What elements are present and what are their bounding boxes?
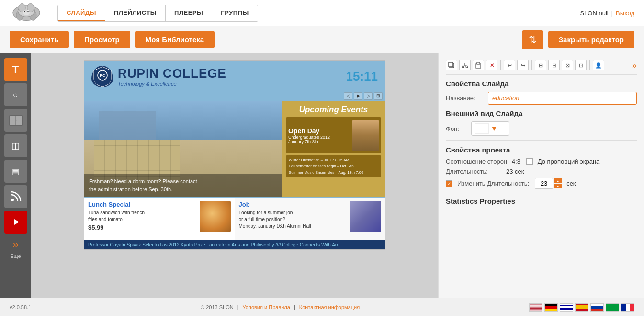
aspect-value: 4:3 [512, 158, 520, 165]
lunch-title: Lunch Special [88, 201, 197, 208]
name-input[interactable] [488, 92, 637, 105]
group-btn2[interactable]: ⊟ [548, 60, 560, 70]
flag-de[interactable] [544, 303, 558, 312]
save-button[interactable]: Сохранить [10, 31, 69, 48]
flag-il[interactable] [560, 303, 573, 312]
preview-button[interactable]: Просмотр [74, 31, 130, 48]
group-btn1[interactable]: ⊞ [535, 60, 546, 70]
svg-line-27 [465, 65, 466, 66]
change-duration-checkbox[interactable]: ✓ [446, 180, 452, 187]
duration-row: Длительность: 23 сек [446, 168, 637, 175]
slide-header: RC RUPIN COLLEGE Technology & Excellence… [84, 61, 385, 91]
name-row: Название: [446, 92, 637, 105]
slide-properties-title: Свойства Слайда [446, 80, 637, 88]
tab-slides[interactable]: СЛАЙДЫ [58, 5, 105, 21]
svg-rect-16 [16, 120, 22, 125]
layers-tool-icon[interactable]: ◫ [4, 134, 27, 157]
aspect-label: Соотношение сторон: [446, 158, 509, 165]
aspect-row: Соотношение сторон: 4:3 До пропорций экр… [446, 158, 637, 165]
footer-flags [529, 303, 634, 312]
appearance-title: Внешний вид Слайда [446, 109, 637, 117]
slide-expand-btn[interactable]: ⊞ [374, 92, 383, 100]
logout-link[interactable]: Выход [616, 10, 634, 17]
event-photo [352, 120, 379, 151]
toolbar-separator-2 [531, 60, 532, 70]
event-list-item-1: Winter Orientation – Jul 17 8:15 AM [289, 157, 378, 164]
slide-prev-btn[interactable]: ◁ [344, 92, 352, 100]
project-props: Соотношение сторон: 4:3 До пропорций экр… [446, 158, 637, 189]
text-tool-icon[interactable]: T [4, 58, 27, 81]
contacts-link[interactable]: Контактная информация [299, 304, 360, 310]
slide-time: 15:11 [346, 69, 378, 84]
project-properties-title: Свойства проекта [446, 146, 637, 154]
paste-btn[interactable] [473, 60, 484, 70]
rss-tool-icon[interactable] [4, 185, 27, 208]
color-dropdown-icon: ▼ [491, 125, 497, 132]
duration-input[interactable] [535, 178, 553, 189]
cut-btn[interactable] [459, 60, 471, 70]
slide-next-btn[interactable]: ▷ [364, 92, 373, 100]
tab-players[interactable]: ПЛЕЕРЫ [166, 5, 212, 21]
spinner-up[interactable]: ▲ [554, 178, 562, 183]
add-user-btn[interactable]: 👤 [593, 60, 604, 70]
close-editor-button[interactable]: Закрыть редактор [548, 31, 634, 48]
duration-unit: сек [566, 180, 576, 187]
flag-us[interactable] [529, 303, 542, 312]
delete-btn[interactable]: ✕ [486, 60, 497, 70]
stats-title: Statistics Properties [446, 197, 637, 205]
svg-rect-13 [10, 116, 15, 120]
version-label: v2.0.58.1 [10, 304, 31, 310]
svg-rect-23 [449, 62, 453, 67]
spinner-buttons: ▲ ▼ [554, 178, 562, 188]
group-btn3[interactable]: ⊠ [562, 60, 573, 70]
job-img-inner [350, 201, 381, 232]
terms-link[interactable]: Условия и Правила [243, 304, 290, 310]
copy-btn[interactable] [446, 60, 457, 70]
aspect-checkbox[interactable] [526, 158, 533, 165]
tab-playlists[interactable]: ПЛЕЙЛИСТЫ [105, 5, 166, 21]
swap-button[interactable]: ⇅ [522, 30, 543, 49]
text-box-tool-icon[interactable]: ▤ [4, 160, 27, 183]
event-list-item-2: Fall semester classes begin – Oct. 7th [289, 164, 378, 170]
expand-btn[interactable]: » [632, 60, 637, 70]
flag-br[interactable] [606, 303, 619, 312]
library-button[interactable]: Моя Библиотека [135, 31, 215, 48]
flag-ru[interactable] [590, 303, 604, 312]
more-icon[interactable]: » [12, 238, 18, 251]
youtube-tool-icon[interactable] [4, 211, 27, 234]
slide-play-btn[interactable]: ▶ [354, 92, 362, 100]
events-list: Winter Orientation – Jul 17 8:15 AM Fall… [286, 155, 381, 177]
color-picker[interactable]: ▼ [471, 121, 509, 136]
slide-area: RC RUPIN COLLEGE Technology & Excellence… [31, 53, 438, 298]
header-right: SLON null | Выход [580, 10, 634, 17]
svg-rect-14 [16, 116, 22, 120]
redo-btn[interactable]: ↪ [517, 60, 529, 70]
video-tool-icon[interactable] [4, 109, 27, 132]
ticker: Professor Gayatri Spivak Selected as 201… [84, 240, 385, 249]
change-duration-label: Изменить Длительность: [457, 180, 529, 187]
flag-fr[interactable] [621, 303, 634, 312]
circle-tool-icon[interactable]: ○ [4, 83, 27, 106]
events-title: Upcoming Events [286, 105, 381, 115]
svg-point-25 [466, 66, 468, 68]
spinner-down[interactable]: ▼ [554, 184, 562, 188]
events-panel: Upcoming Events Open Day Undergraduates … [282, 101, 385, 197]
job-section: Job Looking for a summer job or a full t… [235, 198, 385, 240]
tab-groups[interactable]: ГРУППЫ [212, 5, 257, 21]
svg-rect-30 [477, 62, 480, 64]
event-title: Open Day [288, 127, 350, 135]
footer-center: © 2013 SLON | Условия и Правила | Контак… [201, 304, 360, 310]
undo-btn[interactable]: ↩ [504, 60, 515, 70]
lunch-price: $5.99 [88, 224, 197, 231]
group-btn4[interactable]: ⊡ [575, 60, 587, 70]
lunch-desc2: fries and tomato [88, 216, 197, 223]
logo [10, 3, 43, 23]
name-label: Название: [446, 94, 484, 102]
event-card: Open Day Undergraduates 2012 January 7th… [286, 117, 381, 153]
ticker-text: Professor Gayatri Spivak Selected as 201… [88, 242, 343, 247]
event-list-item-3: Summer Music Ensembles – Aug. 13th 7:00 [289, 170, 378, 176]
background-label: Фон: [446, 125, 467, 132]
flag-es[interactable] [575, 303, 588, 312]
svg-point-24 [462, 66, 464, 68]
event-text: Open Day Undergraduates 2012 January 7th… [288, 127, 350, 144]
